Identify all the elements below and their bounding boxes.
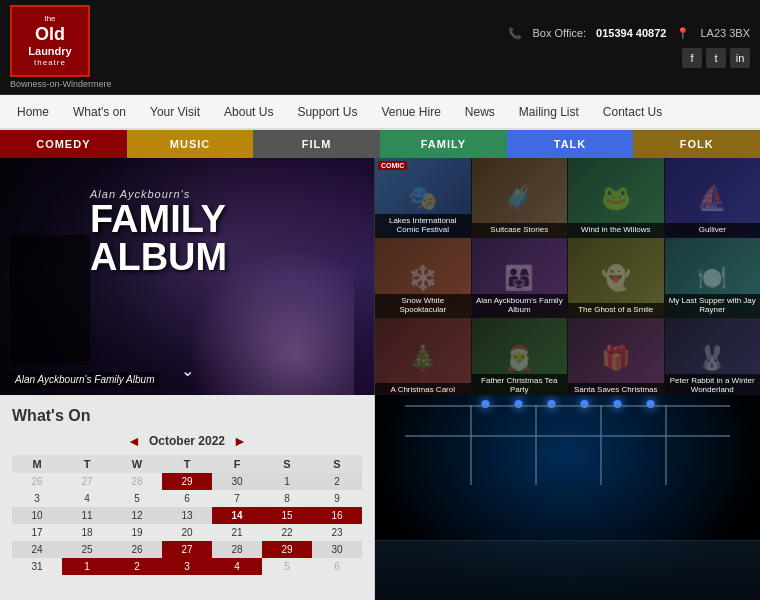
calendar-day[interactable]: 3 — [12, 490, 62, 507]
calendar-day[interactable]: 29 — [162, 473, 212, 490]
phone-number[interactable]: 015394 40872 — [596, 27, 666, 39]
thumb-santa-saves[interactable]: 🎁 Santa Saves Christmas — [568, 318, 664, 397]
rig-vert-2 — [535, 405, 537, 485]
calendar-day[interactable]: 5 — [112, 490, 162, 507]
col-mon: M — [12, 455, 62, 473]
nav-about-us[interactable]: About Us — [222, 105, 275, 119]
thumb-wind-willows[interactable]: 🐸 Wind in the Willows — [568, 158, 664, 237]
tab-film[interactable]: FILM — [253, 130, 380, 158]
calendar-day[interactable]: 6 — [312, 558, 362, 575]
calendar-week-0: 262728293012 — [12, 473, 362, 490]
calendar-day[interactable]: 14 — [212, 507, 262, 524]
thumb-gulliver[interactable]: ⛵ Gulliver — [665, 158, 761, 237]
thumb-peter-rabbit[interactable]: 🐰 Peter Rabbit in a Winter Wonderland — [665, 318, 761, 397]
nav-your-visit[interactable]: Your Visit — [148, 105, 202, 119]
nav-contact-us[interactable]: Contact Us — [601, 105, 664, 119]
thumbnail-grid: 🎭 COMIC Lakes International Comic Festiv… — [375, 158, 760, 395]
nav-mailing-list[interactable]: Mailing List — [517, 105, 581, 119]
calendar-day[interactable]: 4 — [62, 490, 112, 507]
calendar-week-3: 17181920212223 — [12, 524, 362, 541]
calendar-day[interactable]: 27 — [62, 473, 112, 490]
tab-talk[interactable]: TALK — [507, 130, 634, 158]
calendar-day[interactable]: 9 — [312, 490, 362, 507]
nav-whats-on[interactable]: What's on — [71, 105, 128, 119]
calendar-day[interactable]: 10 — [12, 507, 62, 524]
calendar-day[interactable]: 25 — [62, 541, 112, 558]
calendar-day[interactable]: 18 — [62, 524, 112, 541]
logo-area: the Old Laundry theatre Bowness-on-Winde… — [10, 5, 112, 89]
calendar-day[interactable]: 13 — [162, 507, 212, 524]
calendar-day[interactable]: 3 — [162, 558, 212, 575]
hero-banner[interactable]: Alan Ayckbourn's FAMILY ALBUM Alan Ayckb… — [0, 158, 375, 395]
hero-arrow-icon: ⌄ — [181, 361, 194, 380]
calendar-week-2: 10111213141516 — [12, 507, 362, 524]
rig-bar-2 — [405, 435, 730, 437]
calendar-day[interactable]: 28 — [112, 473, 162, 490]
hero-caption: Alan Ayckbourn's Family Album — [10, 372, 159, 387]
logo-the: the — [28, 14, 71, 24]
main-content: Alan Ayckbourn's FAMILY ALBUM Alan Ayckb… — [0, 158, 760, 395]
calendar-day[interactable]: 21 — [212, 524, 262, 541]
calendar-day[interactable]: 2 — [312, 473, 362, 490]
calendar-day[interactable]: 1 — [62, 558, 112, 575]
calendar-day[interactable]: 2 — [112, 558, 162, 575]
thumb-jay-rayner[interactable]: 🍽️ My Last Supper with Jay Rayner — [665, 238, 761, 317]
thumb-ghost-smile[interactable]: 👻 The Ghost of a Smile — [568, 238, 664, 317]
calendar-day[interactable]: 30 — [312, 541, 362, 558]
twitter-icon[interactable]: t — [706, 48, 726, 68]
calendar-day[interactable]: 8 — [262, 490, 312, 507]
instagram-icon[interactable]: in — [730, 48, 750, 68]
postcode: LA23 3BX — [700, 27, 750, 39]
calendar-day[interactable]: 27 — [162, 541, 212, 558]
thumb-family-album[interactable]: 👨‍👩‍👧 Alan Ayckbourn's Family Album — [472, 238, 568, 317]
calendar-day[interactable]: 22 — [262, 524, 312, 541]
tab-comedy[interactable]: COMEDY — [0, 130, 127, 158]
logo-box[interactable]: the Old Laundry theatre — [10, 5, 90, 77]
nav-news[interactable]: News — [463, 105, 497, 119]
hero-text: Alan Ayckbourn's FAMILY ALBUM — [90, 188, 227, 276]
thumb-label: Alan Ayckbourn's Family Album — [472, 294, 568, 317]
nav-venue-hire[interactable]: Venue Hire — [379, 105, 442, 119]
nav: Home What's on Your Visit About Us Suppo… — [0, 95, 760, 130]
calendar-day[interactable]: 26 — [112, 541, 162, 558]
calendar-day[interactable]: 17 — [12, 524, 62, 541]
tab-music[interactable]: MUSIC — [127, 130, 254, 158]
thumb-father-christmas[interactable]: 🎅 Father Christmas Tea Party — [472, 318, 568, 397]
top-right: 📞 Box Office: 015394 40872 📍 LA23 3BX f … — [508, 27, 750, 68]
calendar-day[interactable]: 29 — [262, 541, 312, 558]
calendar-day[interactable]: 26 — [12, 473, 62, 490]
facebook-icon[interactable]: f — [682, 48, 702, 68]
calendar-day[interactable]: 19 — [112, 524, 162, 541]
thumb-suitcase[interactable]: 🧳 Suitcase Stories — [472, 158, 568, 237]
thumb-label: Wind in the Willows — [568, 223, 664, 237]
col-tue: T — [62, 455, 112, 473]
calendar-day[interactable]: 28 — [212, 541, 262, 558]
calendar-day[interactable]: 31 — [12, 558, 62, 575]
tab-family[interactable]: FAMILY — [380, 130, 507, 158]
tab-folk[interactable]: FOLK — [633, 130, 760, 158]
calendar-day[interactable]: 4 — [212, 558, 262, 575]
calendar-day[interactable]: 12 — [112, 507, 162, 524]
calendar-header: ◄ October 2022 ► — [12, 433, 362, 449]
thumb-christmas-carol[interactable]: 🎄 A Christmas Carol — [375, 318, 471, 397]
calendar-table: M T W T F S S 26272829301234567891011121… — [12, 455, 362, 575]
calendar-day[interactable]: 20 — [162, 524, 212, 541]
calendar-day[interactable]: 30 — [212, 473, 262, 490]
calendar-day[interactable]: 1 — [262, 473, 312, 490]
calendar-day[interactable]: 7 — [212, 490, 262, 507]
calendar-day[interactable]: 15 — [262, 507, 312, 524]
calendar-header-row: M T W T F S S — [12, 455, 362, 473]
thumb-comic-festival[interactable]: 🎭 COMIC Lakes International Comic Festiv… — [375, 158, 471, 237]
calendar-next-button[interactable]: ► — [233, 433, 247, 449]
calendar-day[interactable]: 23 — [312, 524, 362, 541]
calendar-day[interactable]: 5 — [262, 558, 312, 575]
calendar-day[interactable]: 11 — [62, 507, 112, 524]
social-icons: f t in — [682, 48, 750, 68]
nav-support-us[interactable]: Support Us — [295, 105, 359, 119]
calendar-day[interactable]: 16 — [312, 507, 362, 524]
calendar-day[interactable]: 24 — [12, 541, 62, 558]
nav-home[interactable]: Home — [15, 105, 51, 119]
calendar-day[interactable]: 6 — [162, 490, 212, 507]
thumb-snow-white[interactable]: ❄️ Snow White Spooktacular — [375, 238, 471, 317]
calendar-prev-button[interactable]: ◄ — [127, 433, 141, 449]
